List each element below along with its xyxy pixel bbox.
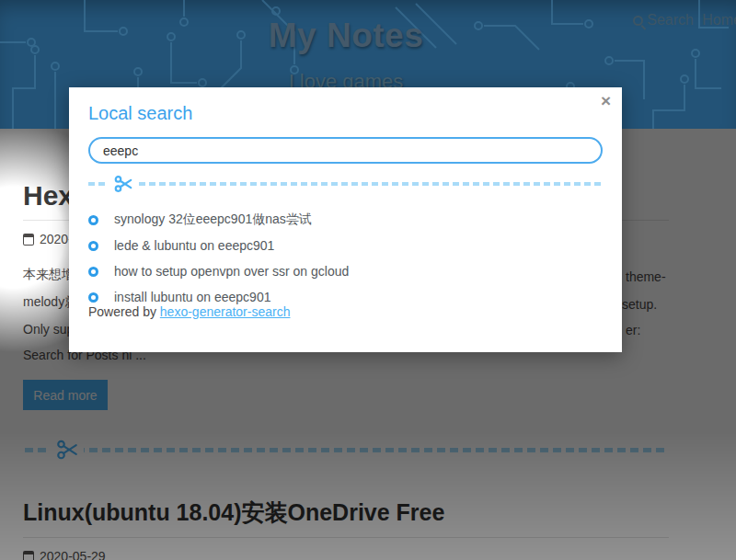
excerpt-fragment: er:: [626, 323, 640, 337]
excerpt-fragment: 本来想增: [23, 267, 75, 281]
page: My Notes I love games Search Home Hex 20…: [0, 0, 736, 560]
post-title-divider: [23, 537, 669, 538]
post-date: 2020-05-29: [23, 549, 106, 560]
search-result-item: how to setup openvpn over ssr on gcloud: [88, 258, 349, 284]
excerpt-fragment: Only sup: [23, 322, 74, 337]
read-more-button[interactable]: Read more: [23, 380, 108, 410]
scissors-icon: [51, 438, 84, 462]
post-title[interactable]: Linux(ubuntu 18.04)安装OneDrive Free: [23, 497, 444, 528]
modal-title: Local search: [88, 103, 192, 124]
post-title-partial[interactable]: Hex: [23, 180, 74, 211]
post-date: 2020-: [23, 232, 73, 246]
nav-home-link[interactable]: Home: [702, 12, 736, 29]
close-icon[interactable]: ×: [601, 91, 611, 111]
calendar-icon: [23, 234, 34, 246]
result-bullet-icon: [88, 241, 98, 251]
post-date-text: 2020-05-29: [40, 549, 106, 560]
search-results-list: synology 32位eeepc901做nas尝试 lede & lubunt…: [88, 207, 349, 310]
powered-by-prefix: Powered by: [88, 304, 160, 319]
excerpt-fragment: setup.: [622, 297, 657, 312]
search-icon: [633, 16, 643, 26]
calendar-icon: [23, 551, 34, 560]
search-result-link[interactable]: synology 32位eeepc901做nas尝试: [114, 211, 312, 228]
local-search-modal: × Local search synology 32位eeepc901做nas尝…: [69, 87, 622, 352]
post-separator: [25, 448, 669, 452]
search-result-item: synology 32位eeepc901做nas尝试: [88, 207, 349, 233]
results-separator: [88, 182, 603, 186]
result-bullet-icon: [88, 292, 98, 303]
site-title: My Notes: [23, 17, 669, 55]
powered-by: Powered by hexo-generator-search: [88, 304, 290, 319]
result-bullet-icon: [88, 267, 98, 277]
search-result-item: lede & lubuntu on eeepc901: [88, 233, 349, 258]
search-result-link[interactable]: lede & lubuntu on eeepc901: [114, 238, 274, 253]
search-result-link[interactable]: how to setup openvpn over ssr on gcloud: [114, 264, 349, 279]
search-result-link[interactable]: install lubuntu on eeepc901: [114, 290, 270, 304]
nav-search-label: Search: [647, 12, 694, 29]
search-input[interactable]: [88, 137, 603, 164]
post-date-text: 2020-: [40, 232, 73, 246]
excerpt-fragment: theme-: [626, 269, 666, 284]
result-bullet-icon: [88, 215, 98, 225]
nav-home-label: Home: [702, 12, 736, 29]
nav-search-link[interactable]: Search: [633, 12, 694, 29]
scissors-icon: [109, 174, 138, 194]
powered-by-link[interactable]: hexo-generator-search: [160, 304, 291, 319]
